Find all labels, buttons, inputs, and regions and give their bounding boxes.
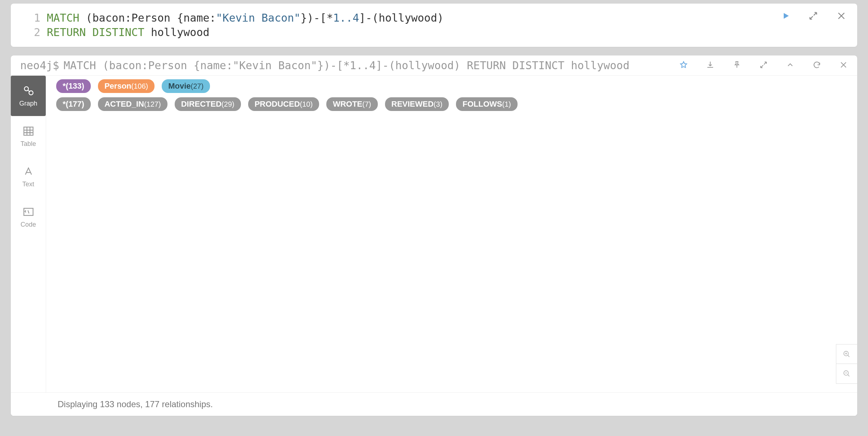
expand-icon[interactable]: [808, 11, 818, 22]
table-icon: [22, 125, 35, 137]
result-header: neo4j$ MATCH (bacon:Person {name:"Kevin …: [11, 55, 857, 76]
tag-directed[interactable]: DIRECTED(29): [175, 97, 241, 111]
tag-movie[interactable]: Movie(27): [162, 79, 210, 93]
download-icon[interactable]: [706, 59, 715, 72]
view-table[interactable]: Table: [11, 116, 46, 156]
chevron-up-icon[interactable]: [786, 59, 795, 72]
code-body[interactable]: MATCH (bacon:Person {name:"Kevin Bacon"}…: [47, 11, 782, 40]
prompt-label: neo4j$: [20, 59, 59, 72]
tag-legend: *(133) Person(106) Movie(27) *(177) ACTE…: [56, 79, 518, 111]
view-rail: Graph Table Text Code: [11, 76, 46, 392]
refresh-icon[interactable]: [813, 59, 821, 72]
tag-produced[interactable]: PRODUCED(10): [248, 97, 319, 111]
tag-follows[interactable]: FOLLOWS(1): [456, 97, 517, 111]
favorite-icon[interactable]: [679, 59, 688, 72]
zoom-in-icon[interactable]: [836, 344, 857, 364]
tag-wrote[interactable]: WROTE(7): [326, 97, 377, 111]
expand-result-icon[interactable]: [759, 59, 768, 72]
tag-acted-in[interactable]: ACTED_IN(127): [98, 97, 167, 111]
tag-all-nodes[interactable]: *(133): [56, 79, 91, 93]
line-gutter: 1 2: [18, 11, 47, 40]
result-frame: neo4j$ MATCH (bacon:Person {name:"Kevin …: [11, 55, 857, 416]
code-icon: [22, 206, 35, 218]
tag-person[interactable]: Person(106): [98, 79, 155, 93]
gutter-line: 2: [18, 25, 40, 40]
close-icon[interactable]: [836, 11, 846, 22]
pin-icon[interactable]: [733, 59, 741, 72]
view-text[interactable]: Text: [11, 156, 46, 197]
view-label: Graph: [19, 100, 37, 107]
executed-query: MATCH (bacon:Person {name:"Kevin Bacon"}…: [63, 59, 668, 72]
svg-rect-2: [24, 127, 33, 135]
tag-reviewed[interactable]: REVIEWED(3): [385, 97, 449, 111]
gutter-line: 1: [18, 11, 40, 25]
view-label: Text: [22, 181, 34, 188]
view-label: Code: [21, 221, 36, 228]
editor-actions: [782, 11, 846, 22]
query-editor: 1 2 MATCH (bacon:Person {name:"Kevin Bac…: [11, 4, 857, 47]
result-body: Graph Table Text Code *(133) Person(106)…: [11, 76, 857, 392]
svg-point-0: [24, 86, 28, 90]
status-footer: Displaying 133 nodes, 177 relationships.: [11, 392, 857, 416]
view-code[interactable]: Code: [11, 197, 46, 237]
run-icon[interactable]: [782, 12, 790, 22]
view-graph[interactable]: Graph: [11, 76, 46, 116]
view-label: Table: [21, 140, 36, 148]
zoom-controls: [836, 344, 857, 384]
zoom-out-icon[interactable]: [836, 364, 857, 383]
close-result-icon[interactable]: [839, 59, 848, 72]
graph-canvas[interactable]: *(133) Person(106) Movie(27) *(177) ACTE…: [46, 76, 857, 392]
tag-all-rels[interactable]: *(177): [56, 97, 91, 111]
text-icon: [22, 165, 35, 178]
graph-icon: [22, 85, 35, 97]
result-actions: [679, 59, 848, 72]
